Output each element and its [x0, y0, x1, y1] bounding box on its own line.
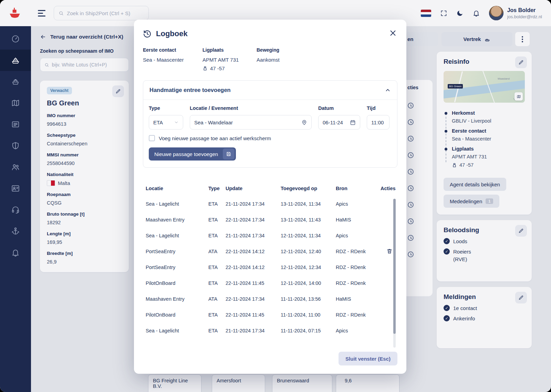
save-icon: [223, 148, 235, 159]
cell-type: ETA: [208, 312, 226, 318]
logbook-table-row: Sea - Lagelicht ETA 21-11-2024 17:34 12-…: [143, 228, 397, 244]
cell-type: ETA: [208, 201, 226, 207]
modal-info-row: Eerste contact Sea - Maascenter Ligplaat…: [134, 38, 406, 71]
logbook-table-row: PortSeaEntry ETA 22-11-2024 14:12 12-11-…: [143, 259, 397, 275]
cell-locatie: PortSeaEntry: [146, 249, 208, 254]
time-input[interactable]: 11:00: [367, 115, 389, 130]
cell-toegevoegd-op: 13-11-2024, 11:43: [281, 217, 336, 223]
close-window-button[interactable]: Sluit venster (Esc): [339, 352, 397, 365]
cell-type: ETA: [208, 280, 226, 286]
calendar-icon: [350, 120, 356, 125]
type-select[interactable]: ETA: [149, 115, 183, 130]
header-locatie: Locatie: [146, 186, 208, 191]
cell-bron: HaMIS: [336, 217, 381, 223]
header-type: Type: [208, 186, 226, 191]
manual-entry-section: Handmatige entree toevoegen Type ETA Loc…: [143, 80, 397, 168]
logbook-table-row: Maashaven Entry ETA 22-11-2024 17:34 13-…: [143, 212, 397, 228]
type-label: Type: [149, 105, 183, 111]
header-toegevoegd-op: Toegevoegd op: [281, 186, 336, 191]
cell-locatie: Sea - Lagelicht: [146, 233, 208, 238]
checkbox-label: Voeg nieuwe passage toe aan actief werks…: [159, 135, 271, 141]
bollard-icon: [202, 66, 208, 71]
location-value: Sea - Wandelaar: [194, 120, 233, 125]
logbook-table-header: Locatie Type Update Toegevoegd op Bron A…: [143, 184, 397, 193]
cell-locatie: PilotOnBoard: [146, 280, 208, 286]
section-title: Handmatige entree toevoegen: [149, 87, 231, 93]
berth-number: 47 -57: [210, 65, 225, 71]
info-value: Sea - Maascenter: [143, 57, 202, 63]
cell-bron: Apics: [336, 201, 381, 207]
header-bron: Bron: [336, 186, 381, 191]
cell-toegevoegd-op: 12-11-2024, 11:34: [281, 233, 336, 238]
logbook-modal: Logboek Eerste contact Sea - Maascenter …: [134, 20, 406, 374]
cell-type: ATA: [208, 249, 226, 254]
location-input[interactable]: Sea - Wandelaar: [190, 115, 312, 130]
logbook-table-row: Sea - Lagelicht ETA 21-11-2024 17:34 13-…: [143, 196, 397, 212]
logbook-table-row: PortSeaEntry ATA 22-11-2024 14:12 12-11-…: [143, 244, 397, 259]
manual-entry-section-toggle[interactable]: Handmatige entree toevoegen: [143, 81, 397, 100]
time-label: Tijd: [367, 105, 389, 111]
time-value: 11:00: [371, 120, 384, 125]
info-label: Eerste contact: [143, 47, 202, 53]
modal-title: Logboek: [156, 29, 188, 38]
logbook-table-row: PilotOnBoard ETA 22-11-2024 11:45 12-11-…: [143, 275, 397, 291]
info-value: APMT AMT 731: [202, 57, 257, 63]
cell-update: 22-11-2024 17:34: [226, 217, 281, 223]
cell-update: 22-11-2024 14:12: [226, 249, 281, 254]
header-update: Update: [226, 186, 281, 191]
logbook-table-body: Sea - Lagelicht ETA 21-11-2024 17:34 13-…: [143, 196, 397, 339]
close-icon: [389, 29, 397, 37]
cell-type: ETA: [208, 328, 226, 333]
date-value: 06-11-24: [323, 120, 343, 125]
cell-bron: RDZ - RDenk: [336, 280, 381, 286]
type-value: ETA: [153, 120, 163, 125]
date-label: Datum: [318, 105, 360, 111]
cell-toegevoegd-op: 11-11-2024, 13:56: [281, 296, 336, 302]
cell-bron: RDZ - RDenk: [336, 249, 381, 254]
location-label: Locatie / Evenement: [190, 105, 312, 111]
cell-update: 21-11-2024 17:34: [226, 328, 281, 333]
cell-update: 21-11-2024 17:34: [226, 201, 281, 207]
cell-bron: RDZ - RDenk: [336, 312, 381, 318]
checkbox-icon: [149, 135, 155, 141]
cell-toegevoegd-op: 12-11-2024, 14:00: [281, 280, 336, 286]
cell-bron: HaMIS: [336, 296, 381, 302]
cell-update: 21-11-2024 17:34: [226, 233, 281, 238]
app-window: Jos Bolder jos.bolder@rdz.nl Terug naar …: [0, 0, 551, 392]
cell-type: ETA: [208, 217, 226, 223]
cell-toegevoegd-op: 11-11-2024, 07:15: [281, 328, 336, 333]
history-clock-icon: [143, 30, 152, 38]
cell-update: 22-11-2024 14:12: [226, 265, 281, 270]
close-modal-button[interactable]: [389, 29, 397, 38]
info-value: Aankomst: [257, 57, 316, 63]
scrollbar-thumb[interactable]: [393, 199, 396, 334]
info-label: Ligplaats: [202, 47, 257, 53]
logbook-table-row: Sea - Lagelicht ETA 21-11-2024 17:34 11-…: [143, 323, 397, 339]
cell-type: ATA: [208, 296, 226, 302]
cell-locatie: PortSeaEntry: [146, 265, 208, 270]
chevron-up-icon: [385, 87, 391, 93]
logbook-table-row: Maashaven Entry ATA 22-11-2024 17:34 11-…: [143, 291, 397, 307]
cell-toegevoegd-op: 12-11-2024, 12:34: [281, 265, 336, 270]
logbook-table: Locatie Type Update Toegevoegd op Bron A…: [143, 184, 397, 339]
add-passage-label: Nieuwe passage toevoegen: [149, 151, 223, 157]
location-pin-icon: [301, 120, 307, 125]
cell-update: 22-11-2024 17:34: [226, 296, 281, 302]
add-to-workscreen-checkbox[interactable]: Voeg nieuwe passage toe aan actief werks…: [149, 135, 392, 141]
date-input[interactable]: 06-11-24: [318, 115, 360, 130]
header-acties: Acties: [381, 186, 401, 191]
cell-update: 22-11-2024 11:45: [226, 312, 281, 318]
info-label: Beweging: [257, 47, 316, 53]
cell-type: ETA: [208, 233, 226, 238]
cell-locatie: Maashaven Entry: [146, 296, 208, 302]
cell-update: 22-11-2024 11:45: [226, 280, 281, 286]
cell-locatie: Sea - Lagelicht: [146, 328, 208, 333]
cell-toegevoegd-op: 11-11-2024, 11:00: [281, 312, 336, 318]
cell-bron: RDZ - RDenk: [336, 265, 381, 270]
cell-toegevoegd-op: 12-11-2024, 12:40: [281, 249, 336, 254]
delete-entry-button[interactable]: [386, 248, 393, 255]
add-passage-button[interactable]: Nieuwe passage toevoegen: [149, 147, 236, 161]
cell-toegevoegd-op: 13-11-2024, 11:34: [281, 201, 336, 207]
table-scrollbar: [393, 199, 396, 348]
chevron-down-icon: [174, 120, 179, 125]
